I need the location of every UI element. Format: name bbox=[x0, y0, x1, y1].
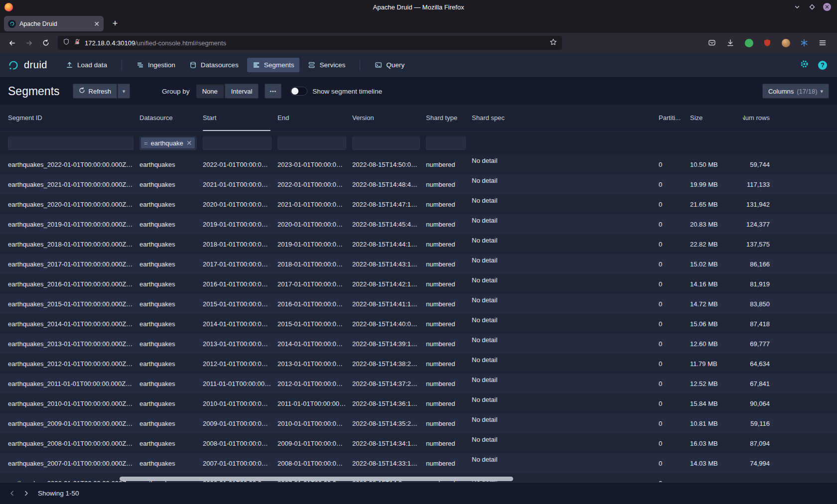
table-row[interactable]: earthquakes_2007-01-01T00:00:00.000Z_2..… bbox=[0, 453, 837, 473]
insecure-lock-icon[interactable] bbox=[74, 38, 81, 47]
filter-remove-icon[interactable]: ✕ bbox=[186, 139, 192, 147]
table-row[interactable]: earthquakes_2018-01-01T00:00:00.000Z_2..… bbox=[0, 234, 837, 254]
datasource-filter-input[interactable]: = earthquake ✕ bbox=[140, 136, 197, 150]
table-row[interactable]: earthquakes_2015-01-01T00:00:00.000Z_2..… bbox=[0, 294, 837, 314]
end-filter-input[interactable] bbox=[278, 136, 346, 150]
table-row[interactable]: earthquakes_2011-01-01T00:00:00.000Z_2..… bbox=[0, 374, 837, 393]
druid-logo[interactable]: druid bbox=[7, 59, 47, 72]
cell-shard-type: numbered bbox=[426, 440, 472, 447]
cell-shard-spec: No detail bbox=[472, 154, 659, 164]
cell-datasource: earthquakes bbox=[140, 181, 203, 188]
col-header-datasource[interactable]: Datasource bbox=[140, 105, 203, 131]
version-filter-input[interactable] bbox=[352, 136, 420, 150]
start-filter-input[interactable] bbox=[203, 136, 272, 150]
cell-shard-spec: No detail bbox=[472, 453, 659, 463]
cell-partition: 0 bbox=[659, 360, 690, 368]
cell-segment-id: earthquakes_2017-01-01T00:00:00.000Z_2..… bbox=[8, 260, 140, 268]
cell-segment-id: earthquakes_2018-01-01T00:00:00.000Z_2..… bbox=[8, 241, 140, 248]
cell-num-rows: 64,634 bbox=[743, 360, 774, 368]
columns-button[interactable]: Columns (17/18) ▾ bbox=[762, 84, 829, 99]
cell-size: 22.82 MB bbox=[690, 241, 743, 248]
cell-start: 2007-01-01T00:00:00.0... bbox=[203, 460, 278, 467]
downloads-icon[interactable] bbox=[724, 36, 737, 49]
col-header-partition[interactable]: Partiti... bbox=[659, 105, 690, 131]
cell-shard-spec: No detail bbox=[472, 294, 659, 304]
druid-favicon-icon bbox=[8, 20, 16, 28]
shard-type-filter-input[interactable] bbox=[426, 136, 466, 150]
table-row[interactable]: earthquakes_2017-01-01T00:00:00.000Z_2..… bbox=[0, 254, 837, 274]
tracking-shield-icon[interactable] bbox=[63, 38, 70, 47]
extension-green-icon[interactable] bbox=[742, 36, 755, 49]
back-icon[interactable] bbox=[4, 36, 20, 50]
table-row[interactable]: earthquakes_2012-01-01T00:00:00.000Z_2..… bbox=[0, 354, 837, 374]
nav-label: Services bbox=[319, 61, 345, 69]
col-header-shard-type[interactable]: Shard type bbox=[426, 105, 472, 131]
cell-partition: 0 bbox=[659, 300, 690, 308]
browser-tab[interactable]: Apache Druid ✕ bbox=[4, 16, 104, 31]
table-row[interactable]: earthquakes_2013-01-01T00:00:00.000Z_2..… bbox=[0, 334, 837, 354]
col-header-end[interactable]: End bbox=[278, 105, 352, 131]
table-row[interactable]: earthquakes_2022-01-01T00:00:00.000Z_2..… bbox=[0, 154, 837, 174]
pocket-icon[interactable] bbox=[705, 36, 718, 49]
col-header-segment-id[interactable]: Segment ID bbox=[8, 105, 140, 131]
nav-query[interactable]: Query bbox=[369, 58, 410, 72]
table-row[interactable]: earthquakes_2021-01-01T00:00:00.000Z_2..… bbox=[0, 174, 837, 194]
reload-icon[interactable] bbox=[38, 36, 54, 50]
services-icon bbox=[308, 61, 315, 69]
table-row[interactable]: earthquakes_2010-01-01T00:00:00.000Z_2..… bbox=[0, 393, 837, 413]
cell-end: 2014-01-01T00:00:00.0... bbox=[278, 340, 352, 348]
col-header-shard-spec[interactable]: Shard spec bbox=[472, 105, 659, 131]
table-row[interactable]: earthquakes_2014-01-01T00:00:00.000Z_2..… bbox=[0, 314, 837, 334]
refresh-split-button: Refresh ▾ bbox=[73, 84, 131, 99]
close-icon[interactable]: ✕ bbox=[823, 3, 831, 11]
menu-hamburger-icon[interactable] bbox=[816, 36, 829, 49]
segment-id-filter-input[interactable] bbox=[8, 136, 134, 150]
tab-close-icon[interactable]: ✕ bbox=[94, 20, 100, 27]
maximize-icon[interactable] bbox=[808, 3, 816, 11]
help-icon[interactable]: ? bbox=[818, 61, 827, 70]
cell-segment-id: earthquakes_2022-01-01T00:00:00.000Z_2..… bbox=[8, 161, 140, 168]
table-row[interactable]: earthquakes_2016-01-01T00:00:00.000Z_2..… bbox=[0, 274, 837, 294]
refresh-dropdown-button[interactable]: ▾ bbox=[117, 84, 130, 99]
segment-timeline-toggle[interactable] bbox=[290, 87, 307, 96]
account-avatar-icon[interactable] bbox=[779, 36, 792, 49]
col-header-size[interactable]: Size bbox=[690, 105, 743, 131]
filter-value: earthquake bbox=[151, 139, 183, 147]
cell-start: 2014-01-01T00:00:00.0... bbox=[203, 320, 278, 328]
nav-segments[interactable]: Segments bbox=[247, 58, 300, 72]
group-by-interval-button[interactable]: Interval bbox=[224, 84, 259, 99]
ublock-icon[interactable] bbox=[761, 36, 774, 49]
table-row[interactable]: earthquakes_2008-01-01T00:00:00.000Z_2..… bbox=[0, 433, 837, 453]
table-row[interactable]: earthquakes_2020-01-01T00:00:00.000Z_2..… bbox=[0, 194, 837, 214]
cell-start: 2015-01-01T00:00:00.0... bbox=[203, 300, 278, 308]
more-options-button[interactable]: ••• bbox=[265, 84, 281, 99]
cell-num-rows: 69,777 bbox=[743, 340, 774, 348]
cell-size: 21.65 MB bbox=[690, 201, 743, 208]
chevron-down-icon: ▾ bbox=[123, 88, 126, 95]
refresh-button[interactable]: Refresh bbox=[73, 84, 118, 99]
table-row[interactable]: earthquakes_2009-01-01T00:00:00.000Z_2..… bbox=[0, 413, 837, 433]
table-header-row: Segment ID Datasource Start End Version … bbox=[0, 105, 837, 131]
new-tab-button[interactable]: + bbox=[109, 18, 122, 29]
forward-icon[interactable] bbox=[21, 36, 37, 50]
sort-indicator bbox=[203, 130, 271, 131]
settings-gear-icon[interactable] bbox=[800, 59, 809, 71]
bookmark-star-icon[interactable] bbox=[550, 38, 557, 48]
prev-page-icon[interactable] bbox=[5, 487, 19, 501]
horizontal-scrollbar[interactable] bbox=[120, 477, 513, 481]
nav-services[interactable]: Services bbox=[302, 58, 351, 72]
nav-load-data[interactable]: Load data bbox=[60, 58, 113, 72]
next-page-icon[interactable] bbox=[19, 487, 33, 501]
col-header-start[interactable]: Start bbox=[203, 105, 278, 131]
cell-segment-id: earthquakes_2011-01-01T00:00:00.000Z_2..… bbox=[8, 380, 140, 387]
cell-segment-id: earthquakes_2009-01-01T00:00:00.000Z_2..… bbox=[8, 420, 140, 427]
group-by-none-button[interactable]: None bbox=[196, 84, 224, 99]
col-header-version[interactable]: Version bbox=[352, 105, 426, 131]
minimize-icon[interactable] bbox=[793, 3, 801, 11]
extension-blue-icon[interactable] bbox=[798, 36, 811, 49]
nav-ingestion[interactable]: Ingestion bbox=[131, 58, 181, 72]
url-bar[interactable]: 172.18.0.4:30109/unified-console.html#se… bbox=[58, 36, 562, 50]
nav-datasources[interactable]: Datasources bbox=[184, 58, 244, 72]
table-row[interactable]: earthquakes_2019-01-01T00:00:00.000Z_2..… bbox=[0, 214, 837, 234]
col-header-num-rows[interactable]: Num rows bbox=[743, 105, 774, 131]
